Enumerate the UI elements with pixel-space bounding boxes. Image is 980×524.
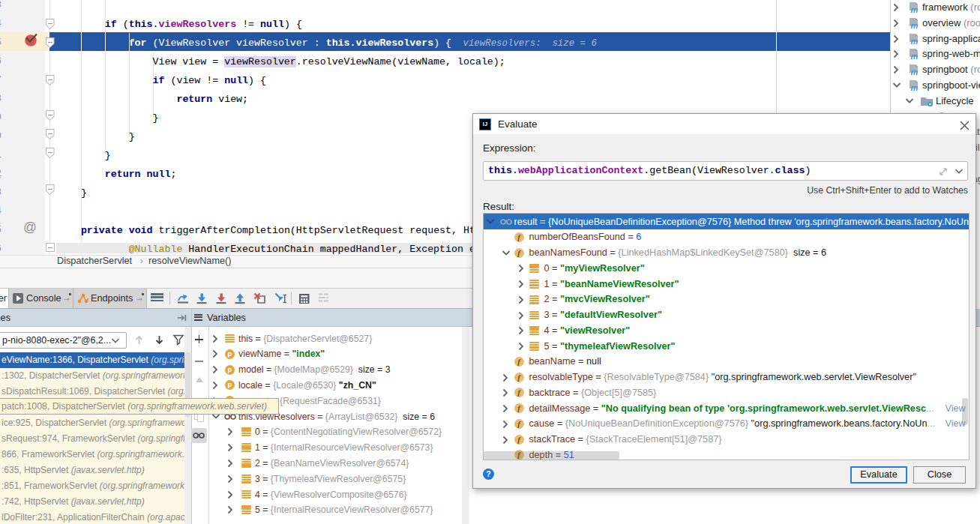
svg-text:m: m (910, 20, 918, 29)
svg-text:m: m (910, 67, 918, 76)
svg-text:m: m (910, 83, 918, 92)
svg-text:m: m (910, 5, 918, 14)
svg-text:m: m (910, 52, 918, 61)
svg-text:m: m (910, 36, 918, 45)
